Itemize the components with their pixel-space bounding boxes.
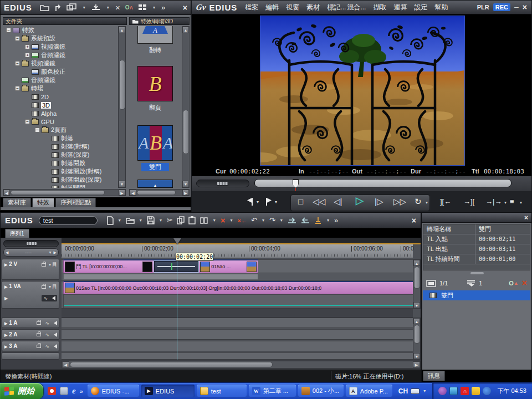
items-hscrollbar[interactable]: ◀ ▶ [129, 189, 190, 196]
track-header-2a[interactable]: ▶ 2 A ∿ [2, 329, 59, 340]
menu-marker[interactable]: 標記... [327, 3, 346, 12]
track-header-3a[interactable]: ▶ 3 A ∿ [2, 341, 59, 351]
speaker-icon[interactable] [52, 332, 57, 337]
tray-messenger-icon[interactable] [438, 387, 447, 395]
lane-2a[interactable] [62, 329, 413, 340]
lock-icon[interactable] [42, 263, 46, 267]
tray-network-icon[interactable] [449, 387, 458, 395]
copy-icon[interactable] [177, 216, 185, 224]
tree-item[interactable]: −系統預設 [3, 34, 118, 43]
edit-in-button[interactable]: ][← [440, 196, 451, 207]
scrollbar-thumb[interactable] [183, 110, 189, 154]
timeline-ruler[interactable]: 00:00:00;00 00:00:02;00 00:00:04;00 00:0… [62, 244, 413, 258]
stop-button[interactable]: □ [298, 196, 303, 207]
menu-capture[interactable]: 擷取 [373, 3, 386, 12]
effects-palette-titlebar[interactable]: EDIUS ▾ ▾ × OA ▾ » × [1, 1, 191, 15]
scroll-up-button[interactable]: ▲ [182, 27, 189, 33]
language-indicator[interactable]: CH [398, 387, 408, 395]
lock-icon[interactable] [37, 333, 41, 336]
tree-item[interactable]: −視頻濾鏡 [3, 59, 118, 68]
speaker-icon[interactable] [50, 296, 55, 300]
caret-icon[interactable]: ▾ [231, 218, 233, 223]
step-forward-button[interactable]: |▷ [375, 196, 383, 207]
tree-item[interactable]: 剝落 [3, 134, 118, 142]
open-project-icon[interactable] [126, 216, 135, 224]
audio-vscrollbar[interactable]: ▲ ▼ [413, 318, 421, 360]
rewind-button[interactable]: ◁◁ [313, 196, 325, 207]
sync-icon[interactable]: ▾ [49, 262, 51, 267]
paste-icon[interactable] [188, 216, 196, 224]
step-back-button[interactable]: ◁| [334, 196, 342, 207]
playhead-marker[interactable] [173, 238, 181, 244]
caret-icon[interactable]: ▾ [520, 200, 522, 205]
task-folder-test[interactable]: test [197, 385, 247, 397]
overwrite-icon[interactable] [91, 4, 101, 11]
caret-icon[interactable]: ▾ [213, 218, 216, 223]
tree-item[interactable]: 剝落關閉 [3, 184, 118, 188]
caret-icon[interactable]: ▾ [83, 5, 85, 10]
timeline-scale-select[interactable]: ◀ ---- ▾▶ [3, 248, 59, 257]
scrollbar-thumb[interactable] [11, 190, 105, 195]
waveform-icon[interactable]: ∿ [45, 332, 49, 337]
caret-icon[interactable]: ▾ [49, 250, 52, 255]
tree-item[interactable]: −特效 [3, 26, 118, 34]
new-sequence-icon[interactable] [106, 216, 114, 225]
caret-icon[interactable]: ▾ [426, 200, 428, 205]
tray-lock-icon[interactable] [472, 387, 480, 395]
menu-mode[interactable]: 混合... [347, 3, 366, 12]
scrollbar-thumb[interactable] [414, 325, 420, 344]
tree-item[interactable]: 剝落開啟(對稱) [3, 167, 118, 176]
track-header-partial[interactable] [2, 352, 59, 360]
track-header-1va[interactable]: ▶ 1 VA ▾目 ▶ ∿ [2, 281, 59, 309]
menu-clip[interactable]: 素材 [306, 3, 320, 12]
caret-icon[interactable]: ▾ [262, 218, 264, 223]
overwrite-mode-icon[interactable] [301, 216, 310, 224]
waveform-icon[interactable]: ∿ [45, 320, 49, 326]
add-transition-icon[interactable] [314, 216, 322, 225]
task-edius-active[interactable]: ▶ EDIUS [141, 385, 195, 397]
playhead-line[interactable] [177, 244, 177, 360]
delete-in-out-icon[interactable]: ×← [238, 216, 247, 225]
tree-item[interactable]: 音頻濾鏡 [3, 76, 118, 84]
insert-mode-icon[interactable] [288, 216, 297, 224]
palette-resize-handle[interactable] [470, 272, 484, 274]
caret-icon[interactable]: ▾ [160, 218, 162, 223]
scroll-down-button[interactable]: ▼ [182, 181, 189, 187]
tree-item[interactable]: −轉場 [3, 84, 118, 93]
caret-icon[interactable]: ▾ [327, 218, 329, 223]
waveform-icon[interactable]: ∿ [45, 344, 49, 349]
task-image-viewer[interactable]: 002 - 小... [298, 385, 344, 397]
effect-thumb-pageturn[interactable]: B [137, 66, 173, 101]
edit-split-button[interactable]: →|→ [485, 196, 502, 207]
clip-2v[interactable]: 門 TL [In:00:00:00;00... 015ao ... [63, 259, 258, 273]
caret-icon[interactable]: ▾ [275, 200, 277, 204]
menu-view[interactable]: 視窗 [286, 3, 299, 12]
effect-thumb-doubledoor[interactable]: A B A [137, 125, 173, 161]
tab-sequence-marker[interactable]: 序列標記點 [55, 198, 96, 207]
lane-partial[interactable] [62, 352, 413, 360]
track-header-2v[interactable]: ▶ 2 V ▾目 [2, 259, 59, 280]
clip-1va-audio[interactable] [63, 294, 419, 308]
menu-settings[interactable]: 設定 [414, 3, 427, 12]
loop-button[interactable]: ↻ [415, 196, 422, 207]
scroll-down-button[interactable]: ▼ [413, 302, 420, 308]
tray-volume-icon[interactable] [483, 387, 491, 395]
cut-icon[interactable]: ✂ [167, 216, 173, 225]
timeline-titlebar[interactable]: EDIUS ▾ ▾ ▾ ✂ ▾ × ▾ ×← ↶ ▾ ↷ ▾ ▾ » [1, 213, 421, 228]
tree-item[interactable]: 剝落(深度) [3, 151, 118, 159]
undo-icon[interactable]: ↶ [251, 216, 257, 225]
clip-1va[interactable]: 015ao TL [In:00:00:00;00 Out:00:00:18;03… [63, 281, 419, 294]
timeline-zoom-slider[interactable] [3, 240, 59, 247]
scroll-right-button[interactable]: ▶ [413, 361, 420, 368]
tree-item[interactable]: +視頻濾鏡 [3, 43, 118, 51]
export-button[interactable]: ≡ [510, 196, 514, 207]
tree-item-selected[interactable]: 3D [3, 101, 118, 109]
close-icon[interactable]: × [524, 214, 528, 222]
quicklaunch-media-icon[interactable] [48, 387, 56, 395]
speaker-icon[interactable] [52, 321, 57, 325]
scroll-up-button[interactable]: ▲ [413, 260, 420, 266]
fast-forward-button[interactable]: ▷▷ [393, 196, 406, 207]
delete-icon[interactable]: × [221, 216, 226, 225]
play-button[interactable]: ▷ [356, 195, 364, 206]
edit-out-button[interactable]: →][ [463, 196, 474, 207]
